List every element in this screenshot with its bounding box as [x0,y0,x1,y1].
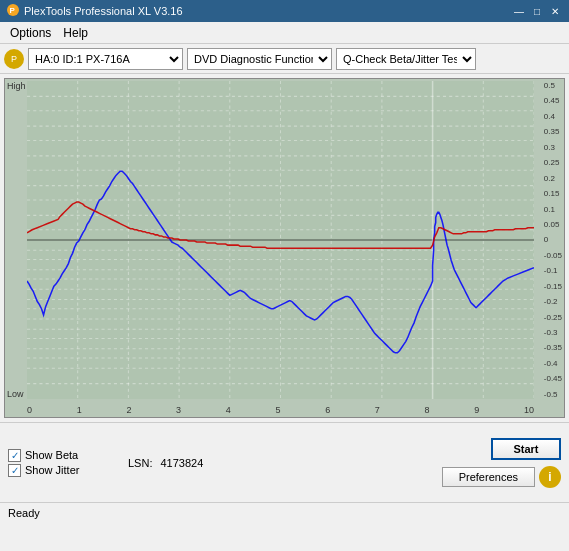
chart-svg [27,81,534,399]
show-beta-checkbox[interactable]: ✓ [8,449,21,462]
chart-y-axis-right: 0.5 0.45 0.4 0.35 0.3 0.25 0.2 0.15 0.1 … [544,81,562,399]
lsn-label: LSN: [128,457,152,469]
show-jitter-label: Show Jitter [25,464,79,476]
lsn-area: LSN: 4173824 [108,457,442,469]
info-button[interactable]: i [539,466,561,488]
lsn-row: LSN: 4173824 [128,457,442,469]
toolbar: P HA:0 ID:1 PX-716A DVD Diagnostic Funct… [0,44,569,74]
show-jitter-checkbox[interactable]: ✓ [8,464,21,477]
menu-options[interactable]: Options [4,24,57,42]
title-bar-left: P PlexTools Professional XL V3.16 [6,3,183,19]
checkmark-beta: ✓ [11,450,19,461]
lsn-value: 4173824 [160,457,203,469]
status-text: Ready [8,507,40,519]
start-button[interactable]: Start [491,438,561,460]
status-bar: Ready [0,502,569,522]
svg-text:P: P [10,6,16,15]
show-beta-row[interactable]: ✓ Show Beta [8,449,108,462]
chart-y-low: Low [7,389,24,399]
menu-bar: Options Help [0,22,569,44]
chart-container: High Low 0.5 0.45 0.4 0.35 0.3 0.25 0.2 … [4,78,565,418]
show-beta-label: Show Beta [25,449,78,461]
chart-y-high: High [7,81,26,91]
test-select[interactable]: Q-Check Beta/Jitter Test [336,48,476,70]
chart-x-axis: 0 1 2 3 4 5 6 7 8 9 10 [27,405,534,415]
drive-icon: P [4,49,24,69]
app-title: PlexTools Professional XL V3.16 [24,5,183,17]
title-bar-controls: — □ ✕ [511,4,563,18]
app-icon: P [6,3,20,19]
title-bar: P PlexTools Professional XL V3.16 — □ ✕ [0,0,569,22]
minimize-button[interactable]: — [511,4,527,18]
prefs-info-row: Preferences i [442,466,561,488]
checkboxes-area: ✓ Show Beta ✓ Show Jitter [8,449,108,477]
preferences-button[interactable]: Preferences [442,467,535,487]
menu-help[interactable]: Help [57,24,94,42]
buttons-area: Start Preferences i [442,438,561,488]
show-jitter-row[interactable]: ✓ Show Jitter [8,464,108,477]
close-button[interactable]: ✕ [547,4,563,18]
drive-select[interactable]: HA:0 ID:1 PX-716A [28,48,183,70]
maximize-button[interactable]: □ [529,4,545,18]
bottom-panel: ✓ Show Beta ✓ Show Jitter LSN: 4173824 S… [0,422,569,502]
chart-inner [27,81,534,399]
checkmark-jitter: ✓ [11,465,19,476]
function-select[interactable]: DVD Diagnostic Functions [187,48,332,70]
